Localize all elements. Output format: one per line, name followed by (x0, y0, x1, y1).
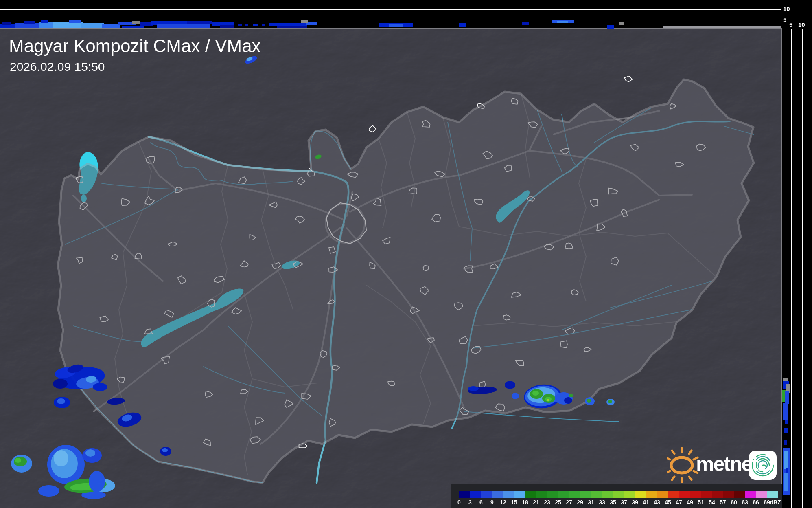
top-profile-gridline-5km (0, 20, 781, 20)
dbz-legend: dBZ 036912151821232527293133353739414345… (451, 484, 782, 508)
legend-tick-label: 9 (490, 499, 494, 506)
legend-color-cell (635, 491, 646, 498)
map-frame-top (0, 28, 782, 29)
legend-color-cell (569, 491, 580, 498)
legend-tick-label: 41 (643, 499, 649, 506)
legend-tick-label: 0 (457, 499, 461, 506)
legend-color-cell (646, 491, 657, 498)
legend-color-cell (624, 491, 635, 498)
legend-tick-label: 45 (665, 499, 671, 506)
legend-tick-label: 3 (468, 499, 472, 506)
legend-tick-label: 57 (720, 499, 726, 506)
right-profile-gridline-5km (791, 29, 792, 508)
legend-color-cell (525, 491, 536, 498)
legend-color-cell (591, 491, 602, 498)
legend-tick-label: 49 (687, 499, 693, 506)
map-timestamp: 2026.02.09 15:50 (10, 60, 105, 74)
legend-tick-label: 35 (610, 499, 616, 506)
legend-color-cell (602, 491, 613, 498)
legend-tick-label: 51 (698, 499, 704, 506)
legend-color-cell (470, 491, 481, 498)
legend-tick-label: 60 (731, 499, 737, 506)
legend-tick-label: 43 (654, 499, 660, 506)
legend-color-cell (668, 491, 679, 498)
legend-color-cell (712, 491, 723, 498)
legend-tick-label: 29 (577, 499, 583, 506)
legend-color-cell (734, 491, 745, 498)
legend-color-cell (745, 491, 756, 498)
top-profile-gridline-10km (0, 9, 781, 10)
right-axis-label-10km: 10 (798, 21, 805, 28)
legend-color-cell (547, 491, 558, 498)
top-axis-label-10km: 10 (783, 5, 790, 12)
sun-icon (667, 448, 698, 482)
legend-tick-label: 69 (764, 499, 770, 506)
legend-color-cell (690, 491, 701, 498)
legend-color-cell (679, 491, 690, 498)
legend-tick-label: 37 (621, 499, 627, 506)
metnet-logo: metnet (667, 447, 779, 483)
legend-tick-label: 27 (566, 499, 572, 506)
legend-color-cell (536, 491, 547, 498)
legend-tick-label: 15 (511, 499, 517, 506)
legend-tick-label: 12 (500, 499, 506, 506)
legend-tick-label: 63 (742, 499, 748, 506)
legend-color-cell (613, 491, 624, 498)
legend-color-cell (580, 491, 591, 498)
legend-tick-label: 47 (676, 499, 682, 506)
legend-color-cell (756, 491, 767, 498)
legend-color-cell (723, 491, 734, 498)
legend-color-cell (459, 491, 470, 498)
page-title: Magyar Kompozit CMax / VMax (9, 36, 261, 56)
right-axis-label-5km: 5 (789, 21, 792, 28)
legend-color-cell (657, 491, 668, 498)
legend-color-cell (558, 491, 569, 498)
terrain-layer (0, 28, 781, 508)
right-profile-gridline-10km (802, 29, 803, 508)
legend-color-cell (514, 491, 525, 498)
legend-color-cell (701, 491, 712, 498)
map-frame-right (781, 28, 782, 508)
radar-app-window: Magyar Kompozit CMax / VMax 2026.02.09 1… (0, 0, 812, 508)
legend-color-cell (767, 491, 778, 498)
legend-tick-label: 21 (533, 499, 539, 506)
legend-tick-label: 39 (632, 499, 638, 506)
legend-color-cell (492, 491, 503, 498)
legend-tick-label: 18 (522, 499, 528, 506)
legend-unit-label: dBZ (770, 499, 781, 506)
legend-tick-label: 54 (709, 499, 715, 506)
legend-tick-label: 33 (599, 499, 605, 506)
legend-tick-label: 25 (555, 499, 561, 506)
radar-composite-map (0, 0, 812, 508)
legend-tick-label: 6 (479, 499, 483, 506)
legend-tick-label: 66 (753, 499, 759, 506)
legend-tick-label: 31 (588, 499, 594, 506)
logo-wordmark: metnet (696, 452, 758, 476)
legend-color-cell (481, 491, 492, 498)
legend-tick-label: 23 (544, 499, 550, 506)
legend-color-cell (503, 491, 514, 498)
top-axis-label-5km: 5 (783, 16, 786, 23)
